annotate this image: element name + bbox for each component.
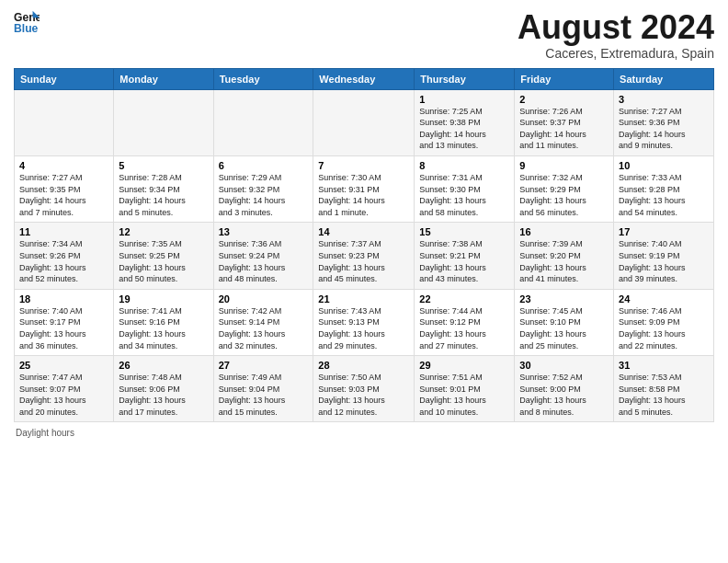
day-number: 21 bbox=[318, 293, 409, 304]
calendar-cell: 4Sunrise: 7:27 AM Sunset: 9:35 PM Daylig… bbox=[15, 155, 114, 222]
title-block: August 2024 Caceres, Extremadura, Spain bbox=[518, 9, 714, 61]
calendar-cell: 18Sunrise: 7:40 AM Sunset: 9:17 PM Dayli… bbox=[15, 289, 114, 355]
calendar-table: Sunday Monday Tuesday Wednesday Thursday… bbox=[14, 68, 714, 423]
day-info: Sunrise: 7:51 AM Sunset: 9:01 PM Dayligh… bbox=[419, 372, 509, 418]
day-info: Sunrise: 7:26 AM Sunset: 9:37 PM Dayligh… bbox=[519, 106, 609, 152]
calendar-cell: 29Sunrise: 7:51 AM Sunset: 9:01 PM Dayli… bbox=[415, 356, 515, 422]
day-info: Sunrise: 7:40 AM Sunset: 9:19 PM Dayligh… bbox=[619, 238, 709, 284]
day-number: 25 bbox=[19, 360, 108, 371]
day-info: Sunrise: 7:30 AM Sunset: 9:31 PM Dayligh… bbox=[318, 172, 409, 218]
calendar-cell: 26Sunrise: 7:48 AM Sunset: 9:06 PM Dayli… bbox=[114, 356, 213, 422]
day-info: Sunrise: 7:33 AM Sunset: 9:28 PM Dayligh… bbox=[619, 172, 709, 218]
calendar-cell: 27Sunrise: 7:49 AM Sunset: 9:04 PM Dayli… bbox=[213, 356, 313, 422]
day-number: 22 bbox=[419, 293, 509, 304]
day-info: Sunrise: 7:38 AM Sunset: 9:21 PM Dayligh… bbox=[419, 238, 509, 284]
day-info: Sunrise: 7:50 AM Sunset: 9:03 PM Dayligh… bbox=[318, 372, 409, 418]
day-number: 19 bbox=[119, 293, 208, 304]
day-info: Sunrise: 7:29 AM Sunset: 9:32 PM Dayligh… bbox=[219, 172, 309, 218]
calendar-cell: 9Sunrise: 7:32 AM Sunset: 9:29 PM Daylig… bbox=[515, 155, 614, 222]
day-number: 11 bbox=[19, 226, 108, 237]
page-header: General Blue August 2024 Caceres, Extrem… bbox=[14, 9, 714, 61]
day-info: Sunrise: 7:31 AM Sunset: 9:30 PM Dayligh… bbox=[419, 172, 509, 218]
calendar-body: 1Sunrise: 7:25 AM Sunset: 9:38 PM Daylig… bbox=[15, 89, 714, 422]
day-info: Sunrise: 7:35 AM Sunset: 9:25 PM Dayligh… bbox=[119, 238, 208, 284]
day-number: 3 bbox=[619, 94, 709, 105]
calendar-cell: 17Sunrise: 7:40 AM Sunset: 9:19 PM Dayli… bbox=[614, 223, 714, 289]
calendar-cell: 1Sunrise: 7:25 AM Sunset: 9:38 PM Daylig… bbox=[415, 89, 515, 155]
day-number: 5 bbox=[119, 160, 208, 171]
col-tuesday: Tuesday bbox=[213, 68, 313, 89]
day-info: Sunrise: 7:34 AM Sunset: 9:26 PM Dayligh… bbox=[19, 238, 108, 284]
col-sunday: Sunday bbox=[15, 68, 114, 89]
day-number: 10 bbox=[619, 160, 709, 171]
logo: General Blue bbox=[14, 9, 40, 35]
day-number: 14 bbox=[318, 226, 409, 237]
calendar-cell: 10Sunrise: 7:33 AM Sunset: 9:28 PM Dayli… bbox=[614, 155, 714, 222]
day-info: Sunrise: 7:40 AM Sunset: 9:17 PM Dayligh… bbox=[19, 305, 108, 351]
calendar-cell: 21Sunrise: 7:43 AM Sunset: 9:13 PM Dayli… bbox=[313, 289, 415, 355]
day-info: Sunrise: 7:36 AM Sunset: 9:24 PM Dayligh… bbox=[219, 238, 309, 284]
calendar-cell: 23Sunrise: 7:45 AM Sunset: 9:10 PM Dayli… bbox=[515, 289, 614, 355]
calendar-cell bbox=[15, 89, 114, 155]
calendar-cell: 12Sunrise: 7:35 AM Sunset: 9:25 PM Dayli… bbox=[114, 223, 213, 289]
day-number: 2 bbox=[519, 94, 609, 105]
svg-text:Blue: Blue bbox=[14, 22, 39, 35]
day-number: 20 bbox=[219, 293, 309, 304]
day-number: 16 bbox=[519, 226, 609, 237]
col-friday: Friday bbox=[515, 68, 614, 89]
calendar-cell: 16Sunrise: 7:39 AM Sunset: 9:20 PM Dayli… bbox=[515, 223, 614, 289]
logo-icon: General Blue bbox=[14, 9, 40, 35]
day-number: 15 bbox=[419, 226, 509, 237]
day-info: Sunrise: 7:46 AM Sunset: 9:09 PM Dayligh… bbox=[619, 305, 709, 351]
day-info: Sunrise: 7:39 AM Sunset: 9:20 PM Dayligh… bbox=[519, 238, 609, 284]
calendar-cell: 8Sunrise: 7:31 AM Sunset: 9:30 PM Daylig… bbox=[415, 155, 515, 222]
calendar-header-row: Sunday Monday Tuesday Wednesday Thursday… bbox=[15, 68, 714, 89]
day-number: 1 bbox=[419, 94, 509, 105]
day-info: Sunrise: 7:42 AM Sunset: 9:14 PM Dayligh… bbox=[219, 305, 309, 351]
day-number: 27 bbox=[219, 360, 309, 371]
calendar-cell: 14Sunrise: 7:37 AM Sunset: 9:23 PM Dayli… bbox=[313, 223, 415, 289]
day-info: Sunrise: 7:28 AM Sunset: 9:34 PM Dayligh… bbox=[119, 172, 208, 218]
day-info: Sunrise: 7:41 AM Sunset: 9:16 PM Dayligh… bbox=[119, 305, 208, 351]
day-number: 26 bbox=[119, 360, 208, 371]
day-info: Sunrise: 7:43 AM Sunset: 9:13 PM Dayligh… bbox=[318, 305, 409, 351]
calendar-cell: 30Sunrise: 7:52 AM Sunset: 9:00 PM Dayli… bbox=[515, 356, 614, 422]
day-number: 8 bbox=[419, 160, 509, 171]
day-info: Sunrise: 7:53 AM Sunset: 8:58 PM Dayligh… bbox=[619, 372, 709, 418]
calendar-cell: 19Sunrise: 7:41 AM Sunset: 9:16 PM Dayli… bbox=[114, 289, 213, 355]
calendar-week-row: 18Sunrise: 7:40 AM Sunset: 9:17 PM Dayli… bbox=[15, 289, 714, 355]
calendar-cell: 25Sunrise: 7:47 AM Sunset: 9:07 PM Dayli… bbox=[15, 356, 114, 422]
day-info: Sunrise: 7:27 AM Sunset: 9:35 PM Dayligh… bbox=[19, 172, 108, 218]
day-info: Sunrise: 7:52 AM Sunset: 9:00 PM Dayligh… bbox=[519, 372, 609, 418]
calendar-cell: 6Sunrise: 7:29 AM Sunset: 9:32 PM Daylig… bbox=[213, 155, 313, 222]
day-info: Sunrise: 7:47 AM Sunset: 9:07 PM Dayligh… bbox=[19, 372, 108, 418]
calendar-cell: 15Sunrise: 7:38 AM Sunset: 9:21 PM Dayli… bbox=[415, 223, 515, 289]
calendar-week-row: 25Sunrise: 7:47 AM Sunset: 9:07 PM Dayli… bbox=[15, 356, 714, 422]
calendar-cell: 24Sunrise: 7:46 AM Sunset: 9:09 PM Dayli… bbox=[614, 289, 714, 355]
day-info: Sunrise: 7:45 AM Sunset: 9:10 PM Dayligh… bbox=[519, 305, 609, 351]
day-number: 12 bbox=[119, 226, 208, 237]
col-saturday: Saturday bbox=[614, 68, 714, 89]
day-info: Sunrise: 7:25 AM Sunset: 9:38 PM Dayligh… bbox=[419, 106, 509, 152]
day-info: Sunrise: 7:49 AM Sunset: 9:04 PM Dayligh… bbox=[219, 372, 309, 418]
col-wednesday: Wednesday bbox=[313, 68, 415, 89]
month-title: August 2024 bbox=[518, 9, 714, 46]
calendar-week-row: 11Sunrise: 7:34 AM Sunset: 9:26 PM Dayli… bbox=[15, 223, 714, 289]
calendar-page: General Blue August 2024 Caceres, Extrem… bbox=[0, 0, 728, 563]
day-number: 28 bbox=[318, 360, 409, 371]
calendar-cell: 13Sunrise: 7:36 AM Sunset: 9:24 PM Dayli… bbox=[213, 223, 313, 289]
day-number: 9 bbox=[519, 160, 609, 171]
day-info: Sunrise: 7:37 AM Sunset: 9:23 PM Dayligh… bbox=[318, 238, 409, 284]
location-subtitle: Caceres, Extremadura, Spain bbox=[518, 46, 714, 61]
day-number: 24 bbox=[619, 293, 709, 304]
footer: Daylight hours bbox=[14, 428, 714, 438]
day-number: 13 bbox=[219, 226, 309, 237]
day-number: 29 bbox=[419, 360, 509, 371]
calendar-cell: 5Sunrise: 7:28 AM Sunset: 9:34 PM Daylig… bbox=[114, 155, 213, 222]
day-number: 17 bbox=[619, 226, 709, 237]
calendar-cell bbox=[114, 89, 213, 155]
day-number: 23 bbox=[519, 293, 609, 304]
calendar-cell: 11Sunrise: 7:34 AM Sunset: 9:26 PM Dayli… bbox=[15, 223, 114, 289]
day-number: 18 bbox=[19, 293, 108, 304]
day-number: 4 bbox=[19, 160, 108, 171]
